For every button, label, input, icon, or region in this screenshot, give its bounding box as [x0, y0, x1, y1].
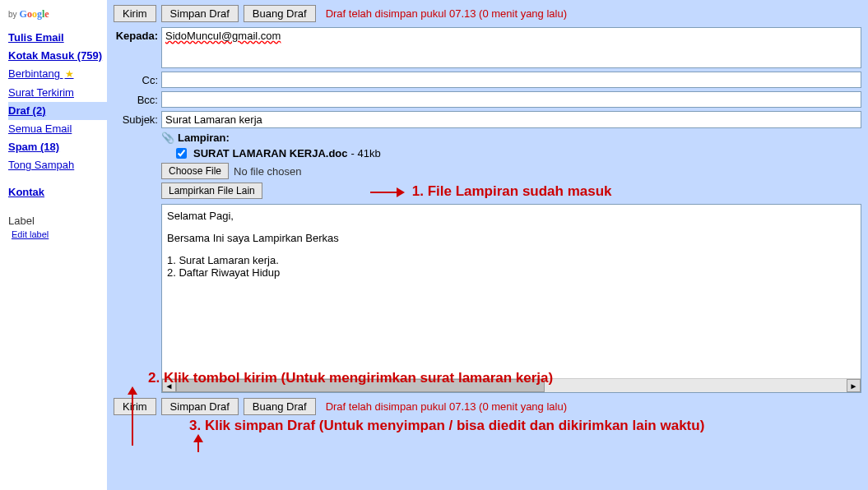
- scroll-left-icon[interactable]: ◄: [162, 379, 176, 392]
- sidebar-label-header: Label: [8, 215, 107, 227]
- bottom-toolbar: Kirim Simpan Draf Buang Draf Draf telah …: [114, 398, 861, 415]
- body-line1: Bersama Ini saya Lampirkan Berkas: [167, 232, 856, 244]
- cc-input[interactable]: [161, 72, 861, 88]
- sidebar-drafts[interactable]: Draf (2): [8, 102, 107, 120]
- cc-label: Cc:: [114, 72, 161, 86]
- horizontal-scrollbar[interactable]: ◄ ►: [162, 378, 861, 392]
- arrow-up-icon-2: [197, 436, 199, 452]
- google-logo: by Google: [8, 8, 107, 21]
- sidebar-sent[interactable]: Surat Terkirim: [8, 84, 107, 102]
- star-icon: ★: [65, 68, 74, 80]
- to-label: Kepada:: [114, 27, 161, 42]
- attachment-filename: SURAT LAMARAN KERJA.doc: [193, 147, 348, 159]
- sidebar-contacts[interactable]: Kontak: [8, 183, 107, 201]
- save-draft-button-bottom[interactable]: Simpan Draf: [161, 398, 239, 415]
- subject-input[interactable]: Surat Lamaran kerja: [161, 111, 861, 128]
- save-draft-button-top[interactable]: Simpan Draf: [161, 5, 239, 22]
- attachment-item: SURAT LAMARAN KERJA.doc - 41kb: [176, 147, 861, 159]
- annotation-3: 3. Klik simpan Draf (Untuk menyimpan / b…: [189, 418, 704, 434]
- arrow-up-icon-1: [132, 388, 133, 446]
- choose-file-button[interactable]: Choose File: [161, 163, 229, 179]
- message-body[interactable]: Selamat Pagi, Bersama Ini saya Lampirkan…: [161, 204, 861, 393]
- sidebar-inbox[interactable]: Kotak Masuk (759): [8, 47, 107, 65]
- bcc-row: Bcc:: [114, 91, 861, 108]
- bcc-label: Bcc:: [114, 91, 161, 106]
- draft-status-bottom: Draf telah disimpan pukul 07.13 (0 menit…: [326, 400, 567, 413]
- to-row: Kepada: SidoMuncul@gmail.com: [114, 27, 861, 68]
- sidebar-edit-label[interactable]: Edit label: [8, 227, 107, 243]
- cc-row: Cc:: [114, 72, 861, 88]
- discard-draft-button-top[interactable]: Buang Draf: [244, 5, 316, 22]
- bcc-input[interactable]: [161, 91, 861, 108]
- compose-panel: Kirim Simpan Draf Buang Draf Draf telah …: [107, 0, 868, 490]
- body-list1: 1. Surat Lamaran kerja.: [167, 254, 856, 266]
- scroll-thumb[interactable]: [176, 379, 545, 392]
- attachment-filesize: - 41kb: [351, 147, 381, 159]
- discard-draft-button-bottom[interactable]: Buang Draf: [244, 398, 316, 415]
- send-button-bottom[interactable]: Kirim: [114, 398, 156, 415]
- sidebar-compose[interactable]: Tulis Email: [8, 29, 107, 47]
- paperclip-icon: 📎: [161, 132, 174, 144]
- attachment-header: Lampiran:: [178, 132, 230, 144]
- sidebar-trash[interactable]: Tong Sampah: [8, 156, 107, 174]
- sidebar: by Google Tulis Email Kotak Masuk (759) …: [0, 0, 107, 490]
- no-file-label: No file chosen: [234, 165, 301, 178]
- body-list2: 2. Daftar Riwayat Hidup: [167, 266, 856, 279]
- attachment-checkbox[interactable]: [176, 148, 187, 159]
- draft-status-top: Draf telah disimpan pukul 07.13 (0 menit…: [326, 7, 567, 20]
- sidebar-spam[interactable]: Spam (18): [8, 138, 107, 156]
- top-toolbar: Kirim Simpan Draf Buang Draf Draf telah …: [114, 5, 861, 22]
- to-input[interactable]: SidoMuncul@gmail.com: [161, 27, 861, 68]
- attach-more-button[interactable]: Lampirkan File Lain: [161, 183, 262, 199]
- subject-row: Subjek: Surat Lamaran kerja: [114, 111, 861, 128]
- sidebar-allmail[interactable]: Semua Email: [8, 120, 107, 138]
- app-container: by Google Tulis Email Kotak Masuk (759) …: [0, 0, 868, 490]
- subject-label: Subjek:: [114, 111, 161, 126]
- scroll-track[interactable]: [176, 379, 847, 392]
- attachment-section: 📎 Lampiran: SURAT LAMARAN KERJA.doc - 41…: [161, 132, 861, 199]
- send-button-top[interactable]: Kirim: [114, 5, 156, 22]
- body-greeting: Selamat Pagi,: [167, 210, 856, 222]
- scroll-right-icon[interactable]: ►: [847, 379, 861, 392]
- sidebar-starred[interactable]: Berbintang ★: [8, 65, 107, 83]
